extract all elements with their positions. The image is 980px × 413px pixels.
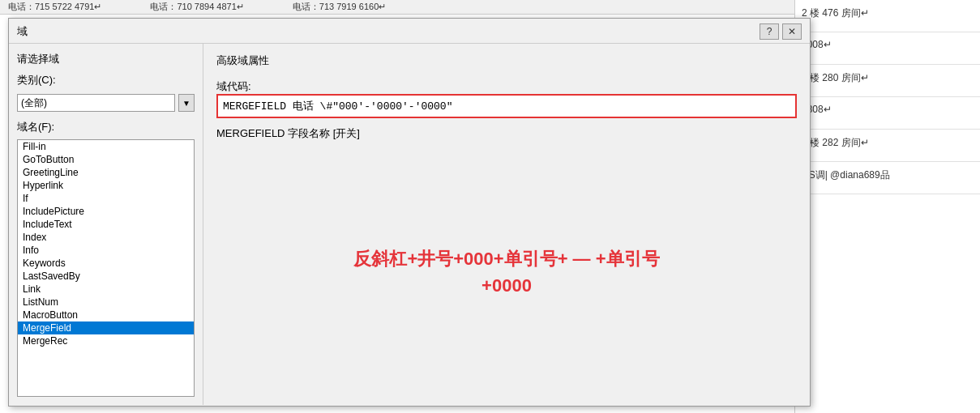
room-item-4: 5808↵ — [795, 97, 980, 130]
field-item-fill-in[interactable]: Fill-in — [18, 140, 194, 153]
field-dialog: 域 ? ✕ 请选择域 类别(C): (全部) ▼ 域名(F): Fill-in … — [8, 18, 811, 407]
phone-1: 电话：715 5722 4791↵ — [8, 1, 101, 13]
field-name-line: MERGEFIELD 字段名称 [开关] — [216, 126, 797, 141]
advanced-props-label: 高级域属性 — [216, 53, 797, 68]
phone-2: 电话：710 7894 4871↵ — [150, 1, 243, 13]
select-field-label: 请选择域 — [17, 52, 195, 66]
field-item-lastsavedby[interactable]: LastSavedBy — [18, 270, 194, 283]
field-item-index[interactable]: Index — [18, 231, 194, 244]
dialog-titlebar: 域 ? ✕ — [9, 19, 810, 44]
dialog-controls: ? ✕ — [760, 23, 802, 40]
room-item-3: 5 楼 280 房间↵ — [795, 65, 980, 97]
room-item-6: CS调| @diana689品 — [795, 162, 980, 194]
field-code-input[interactable]: MERGEFIELD 电话 \#"000'-'0000'-'0000" — [216, 94, 797, 118]
field-item-includetext[interactable]: IncludeText — [18, 218, 194, 231]
room-item-5: 8 楼 282 房间↵ — [795, 130, 980, 162]
dropdown-arrow-icon[interactable]: ▼ — [178, 94, 195, 112]
dialog-right-panel: 高级域属性 域代码: MERGEFIELD 电话 \#"000'-'0000'-… — [203, 44, 810, 405]
category-dropdown[interactable]: (全部) — [17, 94, 175, 112]
phone-3: 电话：713 7919 6160↵ — [293, 1, 386, 13]
field-item-macrobutton[interactable]: MacroButton — [18, 309, 194, 321]
field-item-info[interactable]: Info — [18, 244, 194, 257]
document-header: 电话：715 5722 4791↵ 电话：710 7894 4871↵ 电话：7… — [0, 0, 794, 15]
field-item-if[interactable]: If — [18, 192, 194, 205]
category-label: 类别(C): — [17, 73, 195, 87]
category-dropdown-container: (全部) ▼ — [17, 94, 195, 112]
field-item-mergerec[interactable]: MergeRec — [18, 334, 194, 347]
field-code-row: 域代码: MERGEFIELD 电话 \#"000'-'0000'-'0000" — [216, 79, 797, 118]
help-button[interactable]: ? — [760, 23, 779, 40]
room-item-2: 8008↵ — [795, 32, 980, 65]
field-item-includepicture[interactable]: IncludePicture — [18, 205, 194, 218]
field-code-value: MERGEFIELD 电话 \#"000'-'0000'-'0000" — [223, 100, 452, 113]
close-button[interactable]: ✕ — [782, 23, 802, 40]
right-panel: 2 楼 476 房间↵ 8008↵ 5 楼 280 房间↵ 5808↵ 8 楼 … — [794, 0, 980, 413]
dialog-title: 域 — [17, 24, 28, 39]
field-item-listnum[interactable]: ListNum — [18, 296, 194, 309]
field-code-label: 域代码: — [216, 79, 797, 94]
field-list[interactable]: Fill-in GoToButton GreetingLine Hyperlin… — [17, 139, 195, 397]
field-item-link[interactable]: Link — [18, 283, 194, 296]
field-item-gotobutton[interactable]: GoToButton — [18, 153, 194, 166]
field-item-greetingline[interactable]: GreetingLine — [18, 166, 194, 179]
field-item-mergefield[interactable]: MergeField — [18, 321, 194, 334]
field-item-hyperlink[interactable]: Hyperlink — [18, 179, 194, 192]
dialog-left-panel: 请选择域 类别(C): (全部) ▼ 域名(F): Fill-in GoToBu… — [9, 44, 203, 405]
instruction-area: 反斜杠+井号+000+单引号+ — +单引号 +0000 — [216, 149, 797, 395]
instruction-text: 反斜杠+井号+000+单引号+ — +单引号 +0000 — [353, 245, 659, 299]
field-name-label: 域名(F): — [17, 120, 195, 134]
room-item-1: 2 楼 476 房间↵ — [795, 0, 980, 32]
field-item-keywords[interactable]: Keywords — [18, 257, 194, 270]
dialog-body: 请选择域 类别(C): (全部) ▼ 域名(F): Fill-in GoToBu… — [9, 44, 810, 405]
